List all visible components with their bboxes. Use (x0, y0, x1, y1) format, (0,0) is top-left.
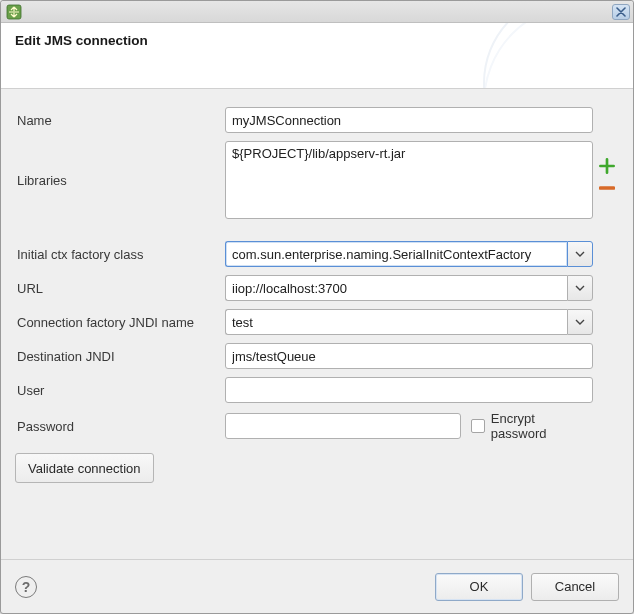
libraries-label: Libraries (15, 137, 223, 223)
password-label: Password (15, 407, 223, 445)
ok-button[interactable]: OK (435, 573, 523, 601)
destination-jndi-input[interactable] (225, 343, 593, 369)
chevron-down-icon[interactable] (567, 309, 593, 335)
chevron-down-icon[interactable] (567, 241, 593, 267)
encrypt-password-label: Encrypt password (491, 411, 593, 441)
conn-factory-jndi-label: Connection factory JNDI name (15, 305, 223, 339)
conn-factory-jndi-combo (225, 309, 593, 335)
dialog-header: Edit JMS connection (1, 23, 633, 89)
dialog-footer: ? OK Cancel (1, 559, 633, 613)
help-icon[interactable]: ? (15, 576, 37, 598)
libraries-list[interactable]: ${PROJECT}/lib/appserv-rt.jar (225, 141, 593, 219)
chevron-down-icon[interactable] (567, 275, 593, 301)
name-label: Name (15, 103, 223, 137)
titlebar (1, 1, 633, 23)
user-input[interactable] (225, 377, 593, 403)
url-combo (225, 275, 593, 301)
close-icon[interactable] (612, 4, 630, 20)
name-input[interactable] (225, 107, 593, 133)
ctx-factory-input[interactable] (225, 241, 567, 267)
destination-jndi-label: Destination JNDI (15, 339, 223, 373)
dialog-content: Name Libraries ${PROJECT}/lib/appserv-rt… (1, 89, 633, 559)
dialog-window: Edit JMS connection Name Libraries ${PRO… (0, 0, 634, 614)
ctx-factory-label: Initial ctx factory class (15, 237, 223, 271)
ctx-factory-combo (225, 241, 593, 267)
password-input[interactable] (225, 413, 461, 439)
conn-factory-jndi-input[interactable] (225, 309, 567, 335)
validate-connection-button[interactable]: Validate connection (15, 453, 154, 483)
app-icon (6, 4, 22, 20)
url-input[interactable] (225, 275, 567, 301)
user-label: User (15, 373, 223, 407)
encrypt-password-checkbox[interactable] (471, 419, 485, 433)
minus-icon[interactable] (599, 180, 615, 196)
url-label: URL (15, 271, 223, 305)
plus-icon[interactable] (599, 158, 615, 174)
cancel-button[interactable]: Cancel (531, 573, 619, 601)
